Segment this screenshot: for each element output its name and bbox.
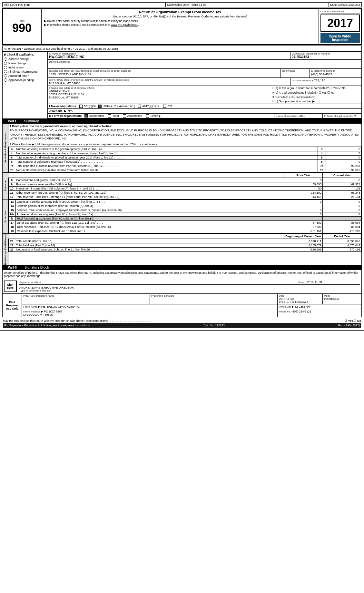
header-center: Return of Organization Exempt From Incom…: [42, 9, 319, 44]
sign-date-field: Date 2018-11-08: [296, 281, 360, 285]
gross-label: G Gross receipts $: [292, 79, 313, 82]
line-4-num2: 4: [318, 151, 326, 155]
section-a: A For the 2017 calendar year, or tax yea…: [2, 46, 362, 52]
line2-row: 2 Check this box ▶ ☐ if the organization…: [8, 142, 361, 147]
h-b-note: If "No," attach a list. (see instruction…: [272, 96, 360, 98]
tax-527[interactable]: 527: [163, 105, 172, 108]
check-app-pending[interactable]: Application pending: [4, 78, 46, 82]
check-applicable-label: B Check if applicable:: [4, 53, 46, 56]
check-boxes: Address change Name change Initial retur…: [4, 57, 46, 82]
website-value: N/A: [68, 109, 73, 113]
tax-4947[interactable]: 4947(a)(1) or: [138, 105, 159, 108]
dba-row: Doing business as: [48, 60, 361, 69]
radio-amended-return[interactable]: [4, 74, 7, 77]
line-7a-row: 7a Total unrelated business revenue from…: [9, 164, 361, 168]
formation-row: K Form of organization: Corporation Trus…: [48, 114, 361, 118]
tax-501c2[interactable]: 501(c) ( 2 ) ◄(insert no.): [103, 105, 135, 108]
label-initial-return: Initial return: [8, 66, 24, 69]
state-label: M State of legal domicile:: [324, 115, 353, 118]
preparer-date-label: Date: [279, 294, 321, 297]
hb-label: H(b) Are all subordinates included?: [272, 91, 318, 94]
radio-app-pending[interactable]: [4, 78, 7, 82]
radio-name-change[interactable]: [4, 62, 7, 65]
form-number-box: Form 990: [3, 9, 42, 44]
activities-content: 1 Briefly describe the organization's mi…: [8, 124, 361, 172]
penalties-text: Under penalties of perjury, I declare th…: [3, 270, 361, 279]
phone-value: (406) 532-4663: [311, 72, 360, 76]
efile-label: efile GRAPHIC print: [3, 3, 166, 7]
hb-value: ☐ Yes ☐ No: [319, 91, 335, 94]
phone-box: E Telephone number (406) 532-4663: [310, 69, 361, 77]
page-container: efile GRAPHIC print Submission Date - 20…: [0, 0, 364, 331]
principal-label: F Name and address of principal officer:: [49, 87, 270, 89]
expenses-side-label: Expenses: [3, 199, 8, 233]
signature-label: Signature of officer: [19, 281, 41, 284]
check-initial-return[interactable]: Initial return: [4, 66, 46, 69]
part-i-content: Activities & Governance 1 Briefly descri…: [2, 124, 362, 173]
ptin-label: PTIN: [324, 294, 360, 297]
paperwork-text: For Paperwork Reduction Act Notice, see …: [4, 324, 91, 327]
prior-year-header: Prior Year: [284, 173, 323, 178]
hc-label: H(c) Group exemption number ▶: [272, 100, 315, 103]
discuss-yes-no: ☑ Yes ☐ No: [345, 319, 361, 322]
mission-section: 1 Briefly describe the organization's mi…: [8, 124, 361, 142]
sign-title-label: Type or print name and title: [19, 289, 360, 292]
top-bar: efile GRAPHIC print Submission Date - 20…: [2, 2, 362, 7]
revenue-header-row: Prior Year Current Year: [8, 173, 361, 178]
dln-number: DLN: 93493312029248: [329, 3, 361, 7]
assoc-checkbox[interactable]: Association: [123, 114, 142, 118]
sign-row: Sign Here Signature of officer Date 2018…: [3, 279, 361, 294]
radio-address-change[interactable]: [4, 57, 7, 61]
line-4-row: 4 Number of independent voting members o…: [9, 151, 361, 155]
check-name-change[interactable]: Name change: [4, 62, 46, 65]
trust-checkbox[interactable]: Trust: [108, 114, 119, 118]
tax-501c3[interactable]: 501(c)(3): [79, 105, 96, 108]
line-4-num: 4: [9, 151, 15, 155]
org-name-row: C Name of organization HW-CONFLUENCE INC…: [48, 52, 361, 60]
year-box: 2017: [320, 15, 360, 32]
cat-no: Cat. No. 11282Y: [204, 324, 225, 327]
balance-line-22: 22 Net assets or fund balances. Subtract…: [9, 247, 361, 251]
sign-here-box: Sign Here: [4, 281, 17, 292]
city-row: City or town, state or province, country…: [48, 78, 361, 86]
sign-name-value: ANDREA DAVIS EXECUTIVE DIRECTOR: [19, 286, 360, 289]
h-b-box: H(b) Are all subordinates included? ☐ Ye…: [272, 91, 360, 94]
net-assets-content: Beginning of Current Year End of Year 20…: [8, 234, 361, 265]
header-right: OMB No. 1545-0047 2017 Open to Public In…: [319, 9, 361, 44]
line-5-num: 5: [9, 155, 15, 159]
ein-label: D Employer identification number: [292, 52, 360, 55]
year-number: 2017: [322, 16, 358, 30]
h-boxes: H(a) Is this a group return for subordin…: [271, 86, 361, 104]
room-box: Room/suite: [281, 69, 310, 77]
radio-initial-return[interactable]: [4, 66, 7, 69]
phone-label: E Telephone number: [311, 69, 360, 72]
check-final-return[interactable]: Final return/terminated: [4, 70, 46, 73]
form-number: 990: [4, 22, 40, 34]
preparer-name-label: Print/Type preparer's name: [23, 294, 148, 297]
principal-row: F Name and address of principal officer:…: [48, 86, 361, 104]
line-3-label: Number of voting members of the governin…: [15, 147, 318, 151]
firm-phone-value: (406) 214-3121: [291, 310, 311, 313]
check-amended-return[interactable]: Amended return: [4, 74, 46, 77]
address-row: Number and street (or P.O. box if mail i…: [48, 69, 361, 78]
other-checkbox[interactable]: Other ▶: [146, 114, 161, 118]
dba-label: Doing business as: [49, 60, 360, 63]
gross-value: 219,198: [314, 78, 325, 82]
preparer-sig-box: Preparer's signature: [150, 294, 278, 304]
address-value: 1535 LIBERTY LANE NO 116A: [49, 72, 279, 76]
signature-field[interactable]: Signature of officer: [19, 281, 296, 285]
line-7a-label: Total unrelated business revenue from Pa…: [15, 164, 318, 168]
check-address-change[interactable]: Address change: [4, 57, 46, 61]
website-row: J Website: ▶ N/A: [48, 109, 361, 114]
label-amended-return: Amended return: [8, 74, 29, 77]
state-legal-box: M State of legal domicile: MT: [323, 114, 361, 118]
part-i-label: Part I: [2, 119, 22, 124]
corp-checkbox[interactable]: Corporation: [84, 114, 104, 118]
radio-final-return[interactable]: [4, 70, 7, 73]
firm-ein-box: Firm's EIN ▶ 82-2385704: [278, 304, 361, 309]
preparer-fields: Print/Type preparer's name Preparer's si…: [22, 294, 361, 317]
firm-address-label: Firm's address: [23, 310, 40, 313]
label-app-pending: Application pending: [8, 78, 34, 82]
discuss-text: May the IRS discuss this return with the…: [3, 319, 152, 322]
preparer-sig-value: [151, 297, 276, 302]
